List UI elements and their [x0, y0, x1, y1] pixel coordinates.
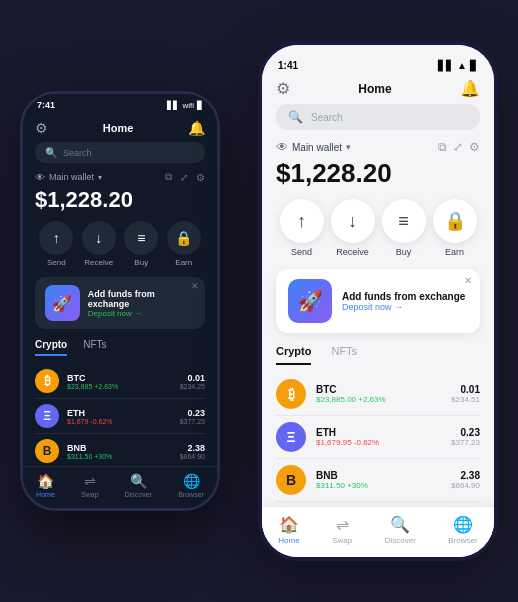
- light-banner: ✕ 🚀 Add funds from exchange Deposit now …: [276, 269, 480, 333]
- light-send-icon: ↑: [280, 199, 324, 243]
- light-bell-icon[interactable]: 🔔: [460, 79, 480, 98]
- light-time: 1:41: [278, 60, 298, 71]
- dark-nav-browser[interactable]: 🌐 Browser: [178, 473, 204, 498]
- light-btc-values: 0.01 $234.51: [451, 384, 480, 404]
- dark-buy-button[interactable]: ≡ Buy: [124, 221, 158, 267]
- dark-banner-image: 🚀: [45, 285, 80, 321]
- dark-send-button[interactable]: ↑ Send: [39, 221, 73, 267]
- dark-gear-icon[interactable]: ⚙: [35, 120, 48, 136]
- dark-balance: $1,228.20: [23, 185, 217, 221]
- light-eye-icon[interactable]: 👁: [276, 140, 288, 154]
- light-phone: 1:41 ▋▋ ▲ ▊ ⚙ Home 🔔 🔍 👁 Main wallet ▾ ⧉…: [258, 41, 498, 561]
- light-nav-browser[interactable]: 🌐 Browser: [448, 515, 477, 545]
- dark-eth-usd: $377.23: [180, 418, 205, 425]
- dark-btc-sub: $23,885 +2.63%: [67, 383, 180, 390]
- wifi-icon: wifi: [182, 101, 194, 110]
- dark-wallet-name: Main wallet: [49, 172, 94, 182]
- light-buy-label: Buy: [396, 247, 412, 257]
- light-buy-button[interactable]: ≡ Buy: [382, 199, 426, 257]
- dark-btc-info: BTC $23,885 +2.63%: [67, 373, 180, 390]
- dark-banner-text: Add funds from exchange Deposit now →: [88, 289, 195, 318]
- dark-earn-button[interactable]: 🔒 Earn: [167, 221, 201, 267]
- light-wallet-name: Main wallet: [292, 142, 342, 153]
- dark-wallet-settings-icon[interactable]: ⚙: [196, 172, 205, 183]
- dark-tab-nfts[interactable]: NFTs: [83, 339, 106, 356]
- dark-nav-home[interactable]: 🏠 Home: [36, 473, 55, 498]
- light-send-button[interactable]: ↑ Send: [280, 199, 324, 257]
- dark-receive-button[interactable]: ↓ Receive: [82, 221, 116, 267]
- light-home-nav-label: Home: [278, 536, 299, 545]
- dark-coin-eth[interactable]: Ξ ETH $1,679 -0.62% 0.23 $377.23: [35, 399, 205, 434]
- light-nav-discover[interactable]: 🔍 Discover: [385, 515, 416, 545]
- light-gear-icon[interactable]: ⚙: [276, 79, 290, 98]
- light-browser-nav-label: Browser: [448, 536, 477, 545]
- light-swap-nav-icon: ⇌: [336, 515, 349, 534]
- light-coin-bnb[interactable]: B BNB $311.50 +30% 2.38 $864.90: [276, 459, 480, 502]
- light-home-nav-icon: 🏠: [279, 515, 299, 534]
- light-eth-usd: $377.23: [451, 438, 480, 447]
- dark-search-bar[interactable]: 🔍: [35, 142, 205, 163]
- dark-eth-amount: 0.23: [180, 408, 205, 418]
- light-bnb-values: 2.38 $864.90: [451, 470, 480, 490]
- light-wallet-chevron[interactable]: ▾: [346, 142, 351, 152]
- dark-banner-close[interactable]: ✕: [191, 281, 199, 291]
- light-bnb-info: BNB $311.50 +30%: [316, 470, 451, 490]
- light-search-input[interactable]: [311, 112, 468, 123]
- light-nav-swap[interactable]: ⇌ Swap: [332, 515, 352, 545]
- battery-icon: ▊: [197, 101, 203, 110]
- light-banner-close[interactable]: ✕: [464, 275, 472, 286]
- light-tab-crypto[interactable]: Crypto: [276, 345, 311, 365]
- dark-btc-amount: 0.01: [180, 373, 205, 383]
- dark-wallet-chevron[interactable]: ▾: [98, 173, 102, 182]
- light-status-bar: 1:41 ▋▋ ▲ ▊: [262, 45, 494, 75]
- dark-browser-nav-icon: 🌐: [183, 473, 200, 489]
- dark-discover-nav-icon: 🔍: [130, 473, 147, 489]
- dark-coin-btc[interactable]: ₿ BTC $23,885 +2.63% 0.01 $234.25: [35, 364, 205, 399]
- dark-bnb-icon: B: [35, 439, 59, 463]
- light-buy-icon: ≡: [382, 199, 426, 243]
- dark-search-input[interactable]: [63, 148, 195, 158]
- light-nav-home[interactable]: 🏠 Home: [278, 515, 299, 545]
- dark-expand-icon[interactable]: ⤢: [180, 172, 188, 183]
- dark-nav-discover[interactable]: 🔍 Discover: [125, 473, 152, 498]
- dark-tabs: Crypto NFTs: [23, 339, 217, 356]
- light-search-bar[interactable]: 🔍: [276, 104, 480, 130]
- dark-eth-icon: Ξ: [35, 404, 59, 428]
- light-bnb-icon: B: [276, 465, 306, 495]
- light-btc-info: BTC $23,885.00 +2.63%: [316, 384, 451, 404]
- light-earn-button[interactable]: 🔒 Earn: [433, 199, 477, 257]
- light-coin-btc[interactable]: ₿ BTC $23,885.00 +2.63% 0.01 $234.51: [276, 373, 480, 416]
- signal-icon: ▋▋: [167, 101, 179, 110]
- light-copy-icon[interactable]: ⧉: [438, 140, 447, 154]
- dark-swap-nav-icon: ⇌: [84, 473, 96, 489]
- dark-bnb-info: BNB $311.50 +30%: [67, 443, 180, 460]
- light-earn-label: Earn: [445, 247, 464, 257]
- dark-browser-nav-label: Browser: [178, 491, 204, 498]
- dark-screen: 7:41 ▋▋ wifi ▊ ⚙ Home 🔔 🔍 👁 Main wallet …: [23, 94, 217, 508]
- light-deposit-link[interactable]: Deposit now →: [342, 302, 465, 312]
- light-send-label: Send: [291, 247, 312, 257]
- dark-bell-icon[interactable]: 🔔: [188, 120, 205, 136]
- light-banner-text: Add funds from exchange Deposit now →: [342, 291, 465, 312]
- dark-btc-usd: $234.25: [180, 383, 205, 390]
- dark-buy-label: Buy: [134, 258, 148, 267]
- dark-swap-nav-label: Swap: [81, 491, 99, 498]
- light-receive-button[interactable]: ↓ Receive: [331, 199, 375, 257]
- dark-btc-icon: ₿: [35, 369, 59, 393]
- light-wallet-settings-icon[interactable]: ⚙: [469, 140, 480, 154]
- light-btc-icon: ₿: [276, 379, 306, 409]
- dark-copy-icon[interactable]: ⧉: [165, 171, 172, 183]
- dark-nav-swap[interactable]: ⇌ Swap: [81, 473, 99, 498]
- dark-eye-icon[interactable]: 👁: [35, 172, 45, 183]
- light-coin-eth[interactable]: Ξ ETH $1,679.95 -0.62% 0.23 $377.23: [276, 416, 480, 459]
- light-discover-nav-label: Discover: [385, 536, 416, 545]
- dark-tab-crypto[interactable]: Crypto: [35, 339, 67, 356]
- light-expand-icon[interactable]: ⤢: [453, 140, 463, 154]
- dark-home-label: Home: [103, 122, 134, 134]
- light-btc-amount: 0.01: [451, 384, 480, 395]
- dark-banner: ✕ 🚀 Add funds from exchange Deposit now …: [35, 277, 205, 329]
- dark-deposit-link[interactable]: Deposit now →: [88, 309, 195, 318]
- dark-coin-list: ₿ BTC $23,885 +2.63% 0.01 $234.25 Ξ ETH …: [23, 364, 217, 466]
- dark-coin-bnb[interactable]: B BNB $311.50 +30% 2.38 $864.90: [35, 434, 205, 466]
- light-tab-nfts[interactable]: NFTs: [331, 345, 357, 365]
